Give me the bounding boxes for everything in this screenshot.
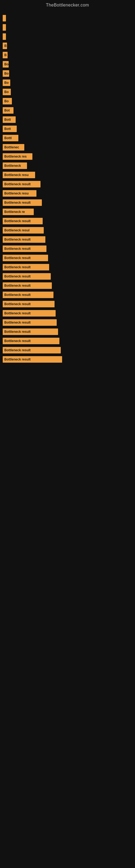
bar-label: Bottleneck resu <box>3 190 37 197</box>
bar-row: Bottleneck result <box>3 199 132 207</box>
bar-label: Bottleneck result <box>3 310 56 316</box>
bar-label: Bo <box>3 98 12 104</box>
bar-label: Bot <box>3 107 13 114</box>
bar-label: Bo <box>3 61 9 67</box>
bar-row: Bott <box>3 125 132 133</box>
bar-label: Bottleneck resul <box>3 227 44 234</box>
bar-label: B <box>3 42 7 49</box>
bar-row: Bo <box>3 70 132 77</box>
bar-label: Bottleneck re <box>3 209 34 215</box>
bar-row: Bottl <box>3 134 132 142</box>
bar-label: Bottleneck result <box>3 264 49 271</box>
bar-row: Bottleneck result <box>3 273 132 280</box>
bar-row <box>3 24 132 31</box>
bar-row: Bottlenec <box>3 144 132 151</box>
bar-row: Bottleneck resu <box>3 190 132 197</box>
bar-row: Bo <box>3 97 132 105</box>
bar-label: Bottleneck result <box>3 329 58 335</box>
bar-row: Bottleneck resu <box>3 171 132 179</box>
bar-label: Bottlenec <box>3 144 24 151</box>
bar-row <box>3 33 132 40</box>
bar-label: Bottleneck result <box>3 246 46 252</box>
bar-label: Bottleneck result <box>3 236 45 243</box>
bar-label: Bottleneck res <box>3 153 32 160</box>
bar-row: Bottleneck result <box>3 264 132 271</box>
bar-row: Bottleneck <box>3 162 132 169</box>
bar-row: Bottleneck result <box>3 236 132 243</box>
bar-label: Bott <box>3 116 16 123</box>
bar-row: Bottleneck re <box>3 208 132 216</box>
bar-label <box>3 33 6 40</box>
bar-label: Bo <box>3 89 11 95</box>
bar-label: Bottleneck result <box>3 347 61 353</box>
site-title: TheBottlenecker.com <box>0 0 135 9</box>
bar-row: Bottleneck result <box>3 245 132 252</box>
bar-row: Bottleneck result <box>3 254 132 262</box>
bar-label: Bottleneck result <box>3 338 59 344</box>
bar-row: Bo <box>3 61 132 68</box>
bar-row: B <box>3 42 132 50</box>
bar-label: Bottleneck result <box>3 282 52 289</box>
bar-row: Bott <box>3 116 132 123</box>
bar-row: Bottleneck result <box>3 319 132 326</box>
bar-label: Bottleneck result <box>3 199 42 206</box>
bar-row: Bottleneck result <box>3 328 132 336</box>
bar-label: Bottleneck result <box>3 273 51 280</box>
bar-label: Bottleneck result <box>3 291 53 298</box>
bar-label: Bott <box>3 126 17 132</box>
bar-row: Bottleneck result <box>3 300 132 308</box>
bar-label: Bottleneck result <box>3 356 62 363</box>
bar-row: Bottleneck result <box>3 346 132 354</box>
bar-label: Bo <box>3 70 9 77</box>
bar-row: Bottleneck result <box>3 355 132 363</box>
bar-label: Bottleneck result <box>3 255 48 261</box>
bar-label: Bottleneck result <box>3 301 54 307</box>
bars-container: BBBoBoBoBoBoBotBottBottBottlBottlenecBot… <box>0 9 135 368</box>
bar-row: Bo <box>3 88 132 96</box>
bar-row: Bottleneck result <box>3 291 132 299</box>
bar-label: Bo <box>3 80 10 86</box>
bar-label: Bottleneck result <box>3 181 41 187</box>
bar-label: Bottleneck result <box>3 319 57 326</box>
bar-row: Bottleneck result <box>3 217 132 225</box>
bar-label: Bottleneck <box>3 162 27 169</box>
bar-row: B <box>3 51 132 59</box>
bar-row: Bottleneck result <box>3 282 132 289</box>
bar-row: Bot <box>3 106 132 114</box>
bar-label: Bottl <box>3 135 18 141</box>
bar-row: Bottleneck res <box>3 153 132 160</box>
bar-label <box>3 24 6 31</box>
bar-row: Bottleneck result <box>3 180 132 188</box>
bar-row: Bottleneck result <box>3 337 132 345</box>
bar-label: B <box>3 52 8 58</box>
bar-row <box>3 14 132 22</box>
bar-row: Bo <box>3 79 132 87</box>
bar-label: Bottleneck resu <box>3 172 35 178</box>
bar-label <box>3 15 6 22</box>
bar-row: Bottleneck resul <box>3 226 132 234</box>
bar-row: Bottleneck result <box>3 310 132 317</box>
bar-label: Bottleneck result <box>3 218 43 224</box>
